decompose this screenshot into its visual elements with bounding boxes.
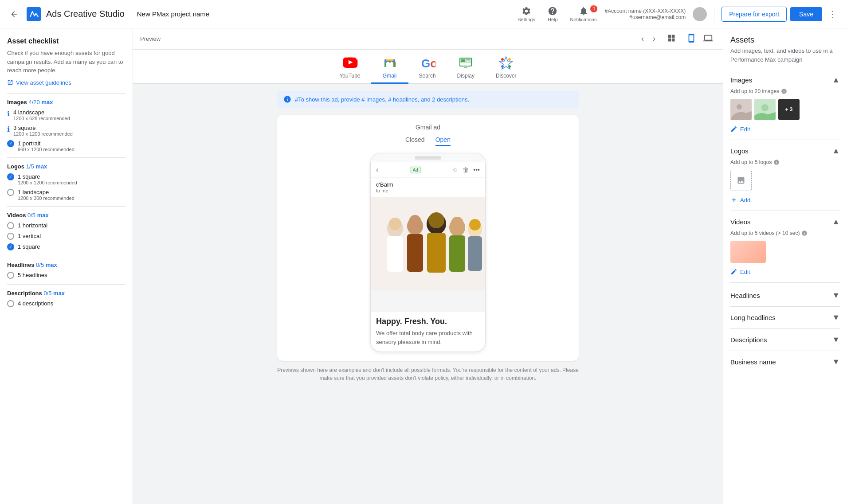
preview-device-btns (684, 31, 716, 46)
info-banner-text: #To show this ad, provide # images, # he… (295, 96, 469, 103)
ad-text-area: Happy. Fresh. You. We offer total body c… (371, 312, 485, 352)
videos-sub: Add up to 5 videos (> 10 sec) (730, 230, 840, 236)
gmail-tab[interactable]: Gmail (371, 50, 408, 84)
descriptions-collapsed-header[interactable]: Descriptions ▼ (730, 329, 840, 351)
empty-check-icon (7, 189, 14, 196)
notification-count: 1 (590, 5, 597, 12)
item-label: 1 horizontal (18, 222, 47, 229)
preview-topbar: Preview ‹ › (133, 28, 723, 50)
images-edit-button[interactable]: Edit (730, 124, 750, 134)
help-label: Help (548, 17, 558, 22)
sender-name: c'Balm (376, 181, 393, 188)
checked-icon (7, 140, 14, 147)
help-button[interactable]: Help (543, 4, 562, 25)
logos-sub: Add up to 5 logos (730, 159, 840, 165)
grid-view-button[interactable] (664, 32, 678, 46)
preview-nav: ‹ › (638, 32, 659, 45)
back-arrow-icon[interactable]: ‹ (376, 166, 378, 174)
headlines-collapsed-header[interactable]: Headlines ▼ (730, 285, 840, 306)
view-guidelines-link[interactable]: View asset guidelines (7, 79, 125, 86)
images-section-title: Images 4/20 max (7, 99, 125, 105)
item-sub: 1200 x 1200 recommended (18, 180, 77, 185)
images-asset-section: Images ▲ Add up to 20 images + 3 (730, 71, 840, 140)
videos-section-header[interactable]: Videos ▲ (730, 213, 840, 230)
account-name: #Account name (XXX-XXX-XXXX) (604, 8, 686, 14)
item-label: 5 headlines (18, 272, 47, 278)
settings-label: Settings (518, 17, 535, 22)
more-icon[interactable]: ••• (473, 166, 480, 173)
checked-icon (7, 173, 14, 180)
discover-tab-label: Discover (496, 73, 517, 79)
prepare-for-export-button[interactable]: Prepare for export (722, 7, 787, 22)
mobile-view-button[interactable] (684, 31, 699, 46)
business-name-toggle-icon[interactable]: ▼ (832, 357, 840, 367)
preview-content-area: #To show this ad, provide # images, # he… (133, 84, 723, 504)
svg-rect-12 (464, 67, 467, 68)
descriptions-collapsed-title: Descriptions (730, 336, 767, 344)
asset-checklist-desc: Check if you have enough assets for good… (7, 49, 125, 75)
images-section-header[interactable]: Images ▲ (730, 71, 840, 88)
videos-collapse-icon[interactable]: ▲ (832, 217, 840, 227)
delete-icon[interactable]: 🗑 (463, 166, 469, 173)
images-collapse-icon[interactable]: ▲ (832, 75, 840, 85)
save-button[interactable]: Save (790, 7, 822, 21)
prev-button[interactable]: ‹ (638, 32, 647, 45)
discover-tab[interactable]: Discover (485, 50, 527, 84)
ad-preview-card: Gmail ad Closed Open ‹ Ad (277, 115, 579, 361)
business-name-collapsed-title: Business name (730, 358, 776, 366)
image-item-1: ℹ 3 square1200 x 1200 recommended (7, 125, 125, 137)
image-thumb-2 (754, 99, 776, 120)
video-thumb-img (730, 241, 766, 263)
logos-add-button[interactable]: Add (730, 195, 750, 205)
descriptions-toggle-icon[interactable]: ▼ (832, 335, 840, 344)
account-info: #Account name (XXX-XXX-XXXX) #username@e… (604, 8, 686, 20)
notifications-button[interactable]: 1 Notifications (566, 4, 601, 25)
business-name-collapsed-header[interactable]: Business name ▼ (730, 351, 840, 373)
svg-rect-11 (466, 61, 469, 62)
headlines-collapsed-title: Headlines (730, 292, 760, 299)
app-logo-icon (27, 7, 41, 21)
footer-note: Previews shown here are examples and don… (277, 366, 579, 382)
channel-tabs: YouTube Gmail Google Search (133, 50, 723, 84)
next-button[interactable]: › (649, 32, 659, 45)
images-thumbnails: + 3 (730, 99, 840, 120)
svg-rect-10 (466, 59, 470, 60)
back-button[interactable] (7, 7, 21, 21)
youtube-tab[interactable]: YouTube (329, 50, 371, 84)
preview-view-btns (664, 32, 678, 46)
left-sidebar: Asset checklist Check if you have enough… (0, 28, 133, 504)
videos-edit-button[interactable]: Edit (730, 266, 750, 277)
desktop-view-button[interactable] (701, 31, 716, 46)
ad-image-area (371, 197, 485, 312)
svg-point-21 (389, 218, 401, 230)
gmail-tab-label: Gmail (383, 73, 396, 79)
settings-button[interactable]: Settings (513, 4, 540, 25)
logos-collapse-icon[interactable]: ▲ (832, 146, 840, 156)
search-tab-label: Search (419, 73, 436, 79)
headlines-toggle-icon[interactable]: ▼ (832, 291, 840, 300)
display-tab[interactable]: Display (447, 50, 485, 84)
svg-point-15 (508, 58, 511, 61)
star-icon[interactable]: ☆ (452, 166, 458, 173)
svg-point-17 (501, 65, 504, 68)
headline-item-0: 5 headlines (7, 272, 125, 279)
item-label: 1 portrait (18, 140, 75, 147)
item-label: 4 landscape (13, 109, 70, 116)
logos-section-title: Logos 1/5 max (7, 163, 125, 170)
checked-icon (7, 243, 14, 250)
empty-check-icon (7, 272, 14, 279)
logos-section-header[interactable]: Logos ▲ (730, 142, 840, 159)
search-tab[interactable]: Google Search (408, 50, 447, 84)
long-headlines-collapsed-header[interactable]: Long headlines ▼ (730, 307, 840, 328)
more-options-button[interactable]: ⋮ (826, 6, 840, 22)
toolbar-divider (714, 6, 714, 22)
long-headlines-toggle-icon[interactable]: ▼ (832, 313, 840, 322)
topnav-right: Settings Help 1 Notifications #Account n… (513, 4, 840, 25)
open-tab[interactable]: Open (435, 136, 451, 146)
ad-body: We offer total body care products with s… (376, 329, 480, 346)
logo-item-0: 1 square1200 x 1200 recommended (7, 173, 125, 185)
logos-add-label: Add (740, 197, 750, 203)
item-label: 4 descriptions (18, 300, 53, 307)
youtube-tab-label: YouTube (339, 73, 360, 79)
closed-tab[interactable]: Closed (405, 136, 425, 146)
